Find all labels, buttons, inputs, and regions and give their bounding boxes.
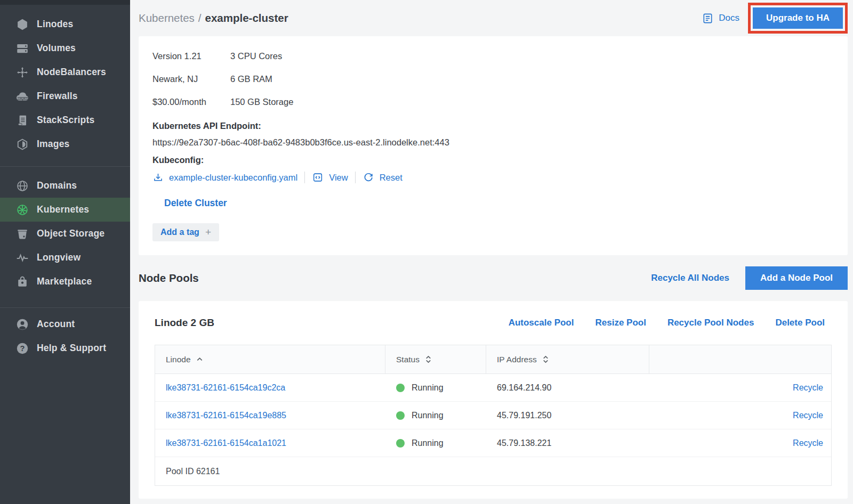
table-row: lke38731-62161-6154ca19c2ca Running 69.1… (155, 374, 831, 402)
sidebar-divider (0, 307, 130, 308)
column-label: Status (396, 355, 420, 364)
sidebar-group-account: Account ? Help & Support (0, 312, 130, 360)
cluster-region: Newark, NJ (152, 74, 230, 84)
account-person-icon (15, 317, 29, 331)
sidebar-item-label: Kubernetes (37, 204, 89, 215)
add-node-pool-button[interactable]: Add a Node Pool (745, 266, 848, 290)
table-row: lke38731-62161-6154ca1a1021 Running 45.7… (155, 429, 831, 457)
sidebar-item-label: Longview (37, 252, 81, 263)
column-header-linode[interactable]: Linode (155, 345, 385, 373)
status-label: Running (412, 411, 444, 420)
stackscripts-icon (15, 113, 29, 127)
pool-action-links: Autoscale Pool Resize Pool Recycle Pool … (509, 318, 832, 328)
kubeconfig-actions-row: example-cluster-kubeconfig.yaml View Res… (152, 172, 834, 183)
delete-pool-link[interactable]: Delete Pool (775, 318, 825, 328)
recycle-pool-nodes-link[interactable]: Recycle Pool Nodes (667, 318, 754, 328)
sidebar-item-object-storage[interactable]: Object Storage (0, 222, 130, 246)
sidebar-item-stackscripts[interactable]: StackScripts (0, 108, 130, 132)
node-link[interactable]: lke38731-62161-6154ca19c2ca (155, 383, 385, 393)
reset-icon (363, 172, 374, 183)
recycle-node-link[interactable]: Recycle (793, 438, 823, 448)
cluster-summary-card: Version 1.21 3 CPU Cores Newark, NJ 6 GB… (139, 36, 848, 255)
cluster-storage: 150 GB Storage (230, 97, 293, 107)
cluster-version: Version 1.21 (152, 51, 230, 61)
node-pool-card: Linode 2 GB Autoscale Pool Resize Pool R… (139, 301, 848, 499)
reset-kubeconfig-link[interactable]: Reset (380, 173, 403, 183)
table-header-row: Linode Status IP Address (155, 345, 831, 374)
volumes-icon (15, 41, 29, 55)
breadcrumb: Kubernetes / example-cluster (139, 12, 288, 25)
sidebar-item-nodebalancers[interactable]: NodeBalancers (0, 60, 130, 84)
cluster-ram: 6 GB RAM (230, 74, 272, 84)
sidebar-item-volumes[interactable]: Volumes (0, 36, 130, 60)
delete-cluster-button[interactable]: Delete Cluster (164, 198, 227, 209)
sidebar-item-label: Account (37, 319, 75, 330)
status-cell: Running (385, 383, 486, 393)
kubernetes-wheel-icon (15, 202, 29, 217)
node-link[interactable]: lke38731-62161-6154ca19e885 (155, 411, 385, 420)
sidebar-item-longview[interactable]: Longview (0, 246, 130, 270)
recycle-node-link[interactable]: Recycle (793, 411, 823, 420)
sidebar-item-images[interactable]: Images (0, 132, 130, 156)
spec-row: Version 1.21 3 CPU Cores (152, 45, 834, 68)
sort-asc-icon (196, 355, 204, 363)
sidebar-item-marketplace[interactable]: Marketplace (0, 270, 130, 294)
kubeconfig-label: Kubeconfig: (152, 155, 834, 165)
sidebar-group-services: Domains Kubernetes Object Storage Longvi… (0, 174, 130, 294)
sidebar: Linodes Volumes NodeBalancers Firewalls (0, 0, 130, 504)
download-icon (152, 172, 164, 183)
spec-row: Newark, NJ 6 GB RAM (152, 68, 834, 91)
sidebar-item-label: Domains (37, 180, 77, 191)
ip-address: 69.164.214.90 (486, 383, 649, 393)
column-label: Linode (166, 355, 191, 364)
status-cell: Running (385, 438, 486, 448)
svg-text:?: ? (20, 344, 25, 352)
kubeconfig-download-link[interactable]: example-cluster-kubeconfig.yaml (169, 173, 297, 183)
status-label: Running (412, 438, 444, 448)
status-cell: Running (385, 411, 486, 420)
docs-label: Docs (719, 13, 739, 23)
node-link[interactable]: lke38731-62161-6154ca1a1021 (155, 438, 385, 448)
ip-address: 45.79.191.250 (486, 411, 649, 420)
sidebar-item-kubernetes[interactable]: Kubernetes (0, 198, 130, 222)
column-header-status[interactable]: Status (385, 345, 486, 373)
firewalls-icon (15, 89, 29, 103)
actions-cell: Recycle (649, 411, 831, 420)
cluster-cpu: 3 CPU Cores (230, 51, 282, 61)
sidebar-item-label: Help & Support (37, 343, 106, 354)
main-content: Kubernetes / example-cluster Docs Upgrad… (130, 0, 853, 504)
recycle-node-link[interactable]: Recycle (793, 383, 823, 392)
sidebar-group-compute: Linodes Volumes NodeBalancers Firewalls (0, 5, 130, 156)
breadcrumb-current-cluster: example-cluster (205, 12, 288, 25)
docs-icon (702, 12, 714, 25)
sidebar-item-firewalls[interactable]: Firewalls (0, 84, 130, 108)
header-actions: Docs Upgrade to HA (702, 3, 848, 34)
app-window: Linodes Volumes NodeBalancers Firewalls (0, 0, 853, 504)
node-pools-title: Node Pools (139, 272, 199, 284)
resize-pool-link[interactable]: Resize Pool (595, 318, 646, 328)
sidebar-item-help-support[interactable]: ? Help & Support (0, 336, 130, 360)
breadcrumb-section-kubernetes[interactable]: Kubernetes (139, 12, 195, 25)
add-tag-button[interactable]: Add a tag + (152, 223, 219, 241)
upgrade-to-ha-button[interactable]: Upgrade to HA (753, 7, 843, 29)
plus-icon: + (205, 228, 211, 237)
sidebar-item-account[interactable]: Account (0, 312, 130, 336)
status-dot-running (396, 384, 405, 392)
recycle-all-nodes-link[interactable]: Recycle All Nodes (651, 273, 729, 283)
status-dot-running (396, 411, 405, 420)
node-pools-actions: Recycle All Nodes Add a Node Pool (651, 266, 848, 290)
pool-header: Linode 2 GB Autoscale Pool Resize Pool R… (155, 301, 832, 345)
pool-name: Linode 2 GB (155, 317, 214, 329)
column-header-ip-address[interactable]: IP Address (486, 345, 649, 373)
sidebar-item-label: StackScripts (37, 115, 94, 126)
view-kubeconfig-link[interactable]: View (329, 173, 348, 183)
api-endpoint-label: Kubernetes API Endpoint: (152, 121, 834, 131)
status-label: Running (412, 383, 444, 393)
sidebar-item-linodes[interactable]: Linodes (0, 12, 130, 36)
object-storage-bucket-icon (15, 226, 29, 241)
pool-id-footer: Pool ID 62161 (155, 457, 831, 485)
sidebar-item-domains[interactable]: Domains (0, 174, 130, 198)
autoscale-pool-link[interactable]: Autoscale Pool (509, 318, 574, 328)
docs-link[interactable]: Docs (702, 12, 739, 25)
sidebar-item-label: Object Storage (37, 228, 104, 239)
